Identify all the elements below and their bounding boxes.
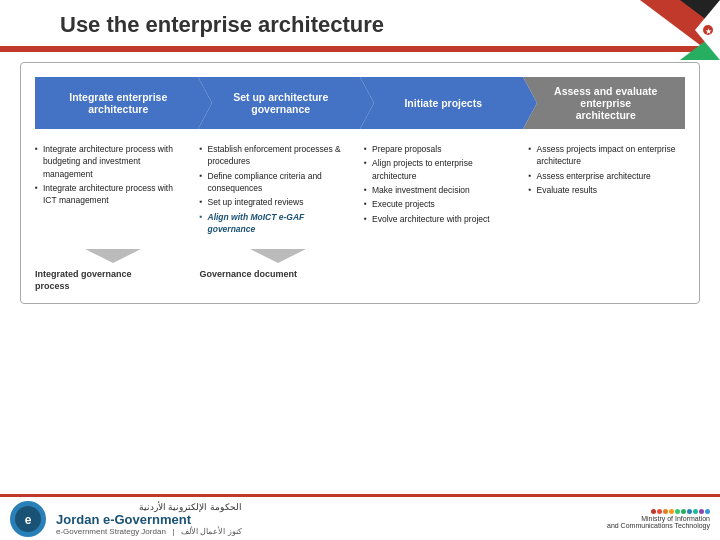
bullet-2-1: Establish enforcement processes & proced… (200, 143, 353, 168)
bullets-section: Integrate architecture process with budg… (35, 143, 685, 237)
bullet-col-2: Establish enforcement processes & proced… (200, 143, 357, 237)
bullet-3-4: Execute projects (364, 198, 517, 210)
down-chevron-1 (85, 249, 141, 263)
page-header: Use the enterprise architecture (0, 0, 720, 46)
svg-text:e: e (25, 513, 32, 527)
dot-6 (681, 509, 686, 514)
dot-4 (669, 509, 674, 514)
bullet-3-3: Make investment decision (364, 184, 517, 196)
footer: e الحكومة الإلكترونية الأردنية Jordan e-… (0, 494, 720, 540)
process-step-3: Initiate projects (360, 77, 523, 129)
footer-logo: e (10, 501, 46, 537)
down-arrow-1 (35, 249, 192, 263)
bullet-3-5: Evolve architecture with project (364, 213, 517, 225)
process-step-2: Set up architecturegovernance (198, 77, 361, 129)
bottom-labels: Integrated governanceprocess Governance … (35, 269, 685, 292)
down-arrows (35, 249, 685, 263)
bullet-4-2: Assess enterprise architecture (529, 170, 682, 182)
bullet-4-3: Evaluate results (529, 184, 682, 196)
footer-right-block: Ministry of Informationand Communication… (607, 508, 710, 529)
bullet-2-3: Set up integrated reviews (200, 196, 353, 208)
down-arrow-2 (200, 249, 357, 263)
footer-dots (607, 509, 710, 514)
bullet-col-1: Integrate architecture process with budg… (35, 143, 192, 237)
down-arrow-3 (364, 249, 521, 263)
footer-text-block: الحكومة الإلكترونية الأردنية Jordan e-Go… (56, 502, 242, 536)
footer-arabic: الحكومة الإلكترونية الأردنية (56, 502, 242, 512)
dot-1 (651, 509, 656, 514)
bullet-1-2: Integrate architecture process with ICT … (35, 182, 188, 207)
process-step-1: Integrate enterprisearchitecture (35, 77, 198, 129)
bullet-col-4: Assess projects impact on enterprise arc… (529, 143, 686, 237)
dot-7 (687, 509, 692, 514)
flag-decoration: ★ (640, 0, 720, 60)
process-steps-row: Integrate enterprisearchitecture Set up … (35, 77, 685, 129)
bullet-col-3: Prepare proposals Align projects to ente… (364, 143, 521, 237)
footer-ministry-label: Ministry of Informationand Communication… (607, 515, 710, 529)
bottom-label-2: Governance document (200, 269, 357, 292)
bullet-3-2: Align projects to enterprise architectur… (364, 157, 517, 182)
svg-text:★: ★ (705, 27, 712, 36)
step4-label: Assess and evaluateenterprisearchitectur… (554, 85, 657, 121)
step3-label: Initiate projects (404, 97, 482, 109)
bullet-3-1: Prepare proposals (364, 143, 517, 155)
dot-2 (657, 509, 662, 514)
bullet-4-1: Assess projects impact on enterprise arc… (529, 143, 682, 168)
footer-brand: Jordan e-Government (56, 512, 242, 527)
process-step-4: Assess and evaluateenterprisearchitectur… (523, 77, 686, 129)
bullet-2-2: Define compliance criteria and consequen… (200, 170, 353, 195)
dot-8 (693, 509, 698, 514)
step1-label: Integrate enterprisearchitecture (69, 91, 167, 115)
page-title: Use the enterprise architecture (60, 12, 384, 38)
main-content: Integrate enterprisearchitecture Set up … (0, 52, 720, 314)
dot-3 (663, 509, 668, 514)
step2-label: Set up architecturegovernance (233, 91, 328, 115)
down-chevron-2 (250, 249, 306, 263)
footer-sub: e-Government Strategy Jordan | كنوز الأع… (56, 527, 242, 536)
dot-9 (699, 509, 704, 514)
content-box: Integrate enterprisearchitecture Set up … (20, 62, 700, 304)
dot-5 (675, 509, 680, 514)
down-arrow-4 (529, 249, 686, 263)
bullet-1-1: Integrate architecture process with budg… (35, 143, 188, 180)
bottom-label-1: Integrated governanceprocess (35, 269, 192, 292)
bullet-2-4: Align with MoICT e-GAF governance (200, 211, 353, 236)
dot-10 (705, 509, 710, 514)
